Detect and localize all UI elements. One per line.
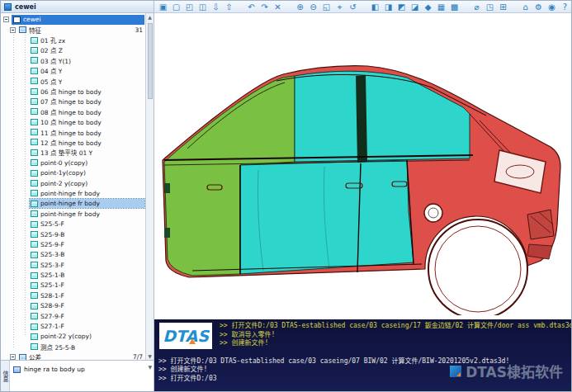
locate-icon[interactable]: ⌖	[334, 2, 345, 12]
tree-item[interactable]: S25-1-B	[1, 270, 154, 280]
scrollbar-thumb[interactable]	[148, 23, 153, 99]
tree-item[interactable]: 13 点 垫平块 01 Y	[1, 148, 154, 158]
feature-icon	[31, 231, 38, 238]
tree-item[interactable]: 特征 31	[1, 25, 154, 35]
tree-item[interactable]: S25-3-F	[1, 260, 154, 270]
tree-item-label: S28-9-F	[40, 302, 64, 309]
zoom-out-icon[interactable]: ⊖	[308, 2, 319, 12]
fit-view-icon[interactable]: ◱	[321, 2, 332, 12]
model-icon	[13, 17, 21, 23]
scroll-down-icon[interactable]: ▼	[148, 364, 152, 370]
tolerance-item[interactable]: hinge ra to body up	[10, 364, 154, 375]
tree-item[interactable]: 04 点 Y	[1, 66, 154, 76]
tree-item[interactable]: S28-1-F	[1, 290, 154, 300]
window-icon	[4, 3, 12, 11]
info-tab[interactable]: 信息	[1, 361, 10, 391]
scroll-up-icon[interactable]: ▲	[148, 13, 152, 21]
expander-icon[interactable]	[3, 17, 9, 22]
grid-icon[interactable]: ⊞	[498, 2, 508, 12]
tree-item[interactable]: S27-1-F	[1, 321, 154, 331]
export-icon[interactable]: ⇧	[224, 2, 234, 12]
settings-icon[interactable]: ⚙	[533, 2, 544, 12]
tree-item-label: 13 点 垫平块 01 Y	[40, 148, 92, 157]
app-icon[interactable]: ▣	[158, 2, 168, 12]
tree-item[interactable]: 08 点 hinge to body	[1, 106, 154, 116]
tree-root-item[interactable]: cewei	[1, 14, 154, 25]
feature-icon	[31, 88, 38, 95]
main-area: ▣ ▢ ◰ ◫ ⇩ ⇧ ↶ ↷ ✕ ⊕ ⊖ ◱	[154, 1, 571, 391]
feature-icon	[31, 139, 38, 145]
tree-item[interactable]: 10 点 hinge to body	[1, 117, 154, 127]
undo-icon[interactable]: ↶	[246, 2, 257, 12]
tree-item[interactable]: 03 点 Y(1)	[1, 55, 154, 65]
import-icon[interactable]: ⇩	[210, 2, 221, 12]
feature-icon	[31, 78, 38, 84]
help-icon[interactable]: ?	[560, 2, 570, 12]
tree-item[interactable]: 公差 7/7	[1, 352, 154, 361]
new-file-icon[interactable]: ▢	[171, 2, 182, 12]
panel-header[interactable]: cewei	[1, 1, 154, 13]
tree-item-label: S25-5-F	[40, 220, 64, 228]
view-bottom-icon[interactable]: ◪	[409, 2, 420, 12]
zoom-in-icon[interactable]: ⊕	[295, 2, 305, 12]
tree-item-label: point-1y(copy)	[40, 169, 86, 177]
dtas-app-window: cewei cewei 特征 31	[0, 0, 572, 392]
tree-item[interactable]: 07 点 hinge to body	[1, 97, 154, 106]
view-iso-icon[interactable]: ◆	[423, 2, 433, 12]
wireframe-icon[interactable]: ▦	[436, 2, 447, 12]
tree-item-label: 03 点 Y(1)	[40, 56, 71, 65]
car-body-model[interactable]	[159, 63, 567, 315]
tree-item[interactable]: S25-3-B	[1, 250, 154, 260]
tree-item[interactable]: 01 孔 zx	[1, 35, 154, 45]
tree-item[interactable]: S25-9-B	[1, 229, 154, 239]
tree-item[interactable]: S27-9-F	[1, 311, 154, 321]
tree-item[interactable]: 06 点 hinge to body	[1, 86, 154, 96]
tree-item[interactable]: point-0 y(copy)	[1, 158, 154, 168]
tree-item[interactable]: point-hinge fr body	[1, 209, 154, 219]
redo-icon[interactable]: ↷	[259, 2, 270, 12]
tree-item[interactable]: 12 点 hinge to body	[1, 137, 154, 147]
tree-item[interactable]: 05 点 Y	[1, 76, 154, 86]
brand-watermark: DTAS棣拓软件	[450, 361, 563, 381]
measure-icon[interactable]: ⌀	[471, 2, 482, 12]
home-view-icon[interactable]: ⌂	[520, 2, 531, 12]
brand-logo-icon	[450, 366, 461, 377]
view-back-icon[interactable]: ◨	[383, 2, 394, 12]
door-panels	[240, 160, 414, 274]
tree-item[interactable]: 02 点 Z	[1, 45, 154, 55]
tree-item[interactable]: S25-9-F	[1, 239, 154, 249]
console-line: >> 取消导入零件!	[158, 331, 566, 340]
tree-item[interactable]: 11 点 hinge to body	[1, 127, 154, 137]
view-front-icon[interactable]: ◧	[370, 2, 381, 12]
scroll-down-icon[interactable]: ▼	[148, 352, 152, 360]
view-top-icon[interactable]: ◩	[396, 2, 407, 12]
delete-icon[interactable]: ✕	[272, 2, 283, 12]
tree-item[interactable]: point-2 y(copy)	[1, 178, 154, 188]
tree-scrollbar[interactable]: ▲ ▼	[145, 13, 154, 360]
feature-tree-panel: cewei cewei 特征 31	[1, 1, 154, 391]
target-icon[interactable]: ◉	[546, 2, 557, 12]
section-icon[interactable]: ◳	[485, 2, 495, 12]
feature-icon	[31, 262, 38, 268]
tree-item[interactable]: point-hinge fr body	[1, 188, 154, 198]
tree-item[interactable]: point-1y(copy)	[1, 168, 154, 177]
tree-item-label: point-2 y(copy)	[40, 180, 87, 187]
tree-item[interactable]: S28-9-F	[1, 301, 154, 311]
tolerance-icon	[13, 366, 21, 373]
expander-icon[interactable]	[10, 27, 16, 33]
3d-viewport[interactable]	[154, 13, 571, 319]
shaded-icon[interactable]: ▩	[449, 2, 460, 12]
feature-icon	[31, 292, 38, 299]
tree-item[interactable]: point-hinge fr body	[1, 199, 154, 209]
tree-item[interactable]: S25-5-F	[1, 219, 154, 229]
expander-icon[interactable]	[10, 354, 16, 360]
feature-icon	[19, 354, 26, 360]
rear-wheel-arch	[428, 220, 527, 315]
tree-item[interactable]: point-22 y(copy)	[1, 332, 154, 342]
tree-item[interactable]: S25-1-F	[1, 281, 154, 290]
rotate-view-icon[interactable]: ↺	[347, 2, 358, 12]
tree-item-label: 特征	[29, 26, 41, 35]
save-icon[interactable]: ◫	[197, 2, 208, 12]
tree-item[interactable]: 测点 25-5-B	[1, 342, 154, 352]
open-file-icon[interactable]: ◰	[184, 2, 195, 12]
